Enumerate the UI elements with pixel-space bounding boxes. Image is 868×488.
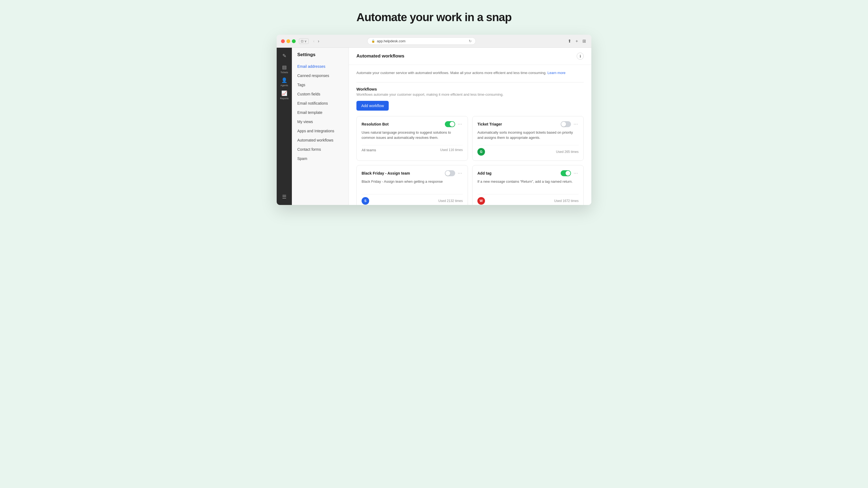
workflow-toggle-ticket-triager[interactable] xyxy=(561,121,571,127)
share-button[interactable]: ⬆ xyxy=(567,38,572,44)
card-footer: G Used 265 times xyxy=(477,145,579,156)
settings-icon: ☰ xyxy=(282,194,286,200)
nav-icon-agents[interactable]: 👤 Agents xyxy=(278,76,290,88)
card-footer: All teams Used 116 times xyxy=(362,145,463,152)
card-description: Uses natural language processing to sugg… xyxy=(362,130,463,141)
card-header: Ticket Triager ··· xyxy=(477,121,579,127)
workflow-card-add-tag: Add tag ··· If a new message contains “R… xyxy=(472,165,584,205)
card-description: If a new message contains “Return”, add … xyxy=(477,179,579,190)
more-options-button[interactable]: ··· xyxy=(457,122,463,127)
tickets-label: Tickets xyxy=(280,71,288,74)
new-tab-button[interactable]: + xyxy=(575,38,579,44)
card-controls: ··· xyxy=(445,170,463,176)
section-title: Workflows xyxy=(356,87,584,91)
main-header-title: Automated workflows xyxy=(356,54,404,59)
agents-label: Agents xyxy=(280,84,288,87)
forward-arrow[interactable]: › xyxy=(317,38,320,44)
workflow-toggle-resolution-bot[interactable] xyxy=(445,121,455,127)
browser-window: ⊡ ∨ ‹ › 🔒 app.helpdesk.com ↻ ⬆ + ⊞ ✎ ▤ T… xyxy=(277,35,591,205)
sidebar-item-email-notifications[interactable]: Email notifications xyxy=(292,99,348,108)
learn-more-link[interactable]: Learn more xyxy=(547,71,565,75)
more-options-button[interactable]: ··· xyxy=(573,171,579,176)
card-controls: ··· xyxy=(561,121,579,127)
back-arrow[interactable]: ‹ xyxy=(312,38,315,44)
nav-arrows: ‹ › xyxy=(312,38,320,44)
card-used-count: Used 2132 times xyxy=(438,199,463,203)
workflow-grid: Resolution Bot ··· Uses natural language… xyxy=(356,116,584,205)
section-subtitle: Workflows automate your customer support… xyxy=(356,93,584,97)
close-button[interactable] xyxy=(281,39,285,43)
minimize-button[interactable] xyxy=(286,39,290,43)
nav-icon-compose[interactable]: ✎ xyxy=(278,50,290,62)
lock-icon: 🔒 xyxy=(371,39,375,43)
avatar: S xyxy=(362,197,369,205)
workflow-card-resolution-bot: Resolution Bot ··· Uses natural language… xyxy=(356,116,468,161)
settings-sidebar: Settings Email addresses Canned response… xyxy=(292,48,349,205)
card-footer: S Used 2132 times xyxy=(362,194,463,205)
sidebar-item-custom-fields[interactable]: Custom fields xyxy=(292,90,348,99)
workflow-toggle-add-tag[interactable] xyxy=(561,170,571,176)
more-options-button[interactable]: ··· xyxy=(457,171,463,176)
grid-button[interactable]: ⊞ xyxy=(581,38,587,44)
card-controls: ··· xyxy=(561,170,579,176)
card-footer: W Used 1672 times xyxy=(477,194,579,205)
url-text: app.helpdesk.com xyxy=(377,39,405,43)
address-bar[interactable]: 🔒 app.helpdesk.com ↻ xyxy=(367,37,476,45)
sidebar-item-canned-responses[interactable]: Canned responses xyxy=(292,71,348,80)
sidebar-title: Settings xyxy=(292,52,348,62)
maximize-button[interactable] xyxy=(292,39,296,43)
card-description: Black Friday - Assign team when getting … xyxy=(362,179,463,190)
info-button[interactable]: ℹ xyxy=(577,53,584,60)
reports-icon: 📈 xyxy=(281,90,287,96)
main-body: Automate your customer service with auto… xyxy=(349,65,591,205)
sidebar-item-email-addresses[interactable]: Email addresses xyxy=(292,62,348,71)
card-team: All teams xyxy=(362,148,376,152)
app-layout: ✎ ▤ Tickets 👤 Agents 📈 Reports ☰ Setting… xyxy=(277,48,591,205)
sidebar-toggle-button[interactable]: ⊡ ∨ xyxy=(299,38,309,44)
card-title: Ticket Triager xyxy=(477,122,502,126)
card-used-count: Used 265 times xyxy=(556,150,579,154)
nav-icon-settings[interactable]: ☰ xyxy=(278,191,290,203)
description-text: Automate your customer service with auto… xyxy=(356,70,584,76)
card-title: Black Friday - Assign team xyxy=(362,171,410,175)
nav-icon-tickets[interactable]: ▤ Tickets xyxy=(278,63,290,75)
card-controls: ··· xyxy=(445,121,463,127)
workflow-card-ticket-triager: Ticket Triager ··· Automatically sorts i… xyxy=(472,116,584,161)
sidebar-item-spam[interactable]: Spam xyxy=(292,154,348,163)
card-header: Add tag ··· xyxy=(477,170,579,176)
sidebar-item-email-template[interactable]: Email template xyxy=(292,108,348,117)
add-workflow-button[interactable]: Add workflow xyxy=(356,101,389,110)
workflow-card-black-friday: Black Friday - Assign team ··· Black Fri… xyxy=(356,165,468,205)
section-divider xyxy=(356,82,584,83)
sidebar-item-my-views[interactable]: My views xyxy=(292,117,348,126)
workflow-toggle-black-friday[interactable] xyxy=(445,170,455,176)
left-nav: ✎ ▤ Tickets 👤 Agents 📈 Reports ☰ xyxy=(277,48,292,205)
reload-icon[interactable]: ↻ xyxy=(469,39,472,43)
page-heading: Automate your work in a snap xyxy=(5,11,863,24)
card-title: Resolution Bot xyxy=(362,122,389,126)
card-header: Black Friday - Assign team ··· xyxy=(362,170,463,176)
tickets-icon: ▤ xyxy=(282,64,287,70)
avatar: G xyxy=(477,148,485,156)
card-title: Add tag xyxy=(477,171,492,175)
agents-icon: 👤 xyxy=(281,77,287,83)
sidebar-item-automated-workflows[interactable]: Automated workflows xyxy=(292,135,348,145)
main-header: Automated workflows ℹ xyxy=(349,48,591,65)
more-options-button[interactable]: ··· xyxy=(573,122,579,127)
card-header: Resolution Bot ··· xyxy=(362,121,463,127)
traffic-lights xyxy=(281,39,296,43)
card-used-count: Used 1672 times xyxy=(554,199,579,203)
browser-actions: ⬆ + ⊞ xyxy=(567,38,587,44)
sidebar-item-tags[interactable]: Tags xyxy=(292,80,348,90)
main-content: Automated workflows ℹ Automate your cust… xyxy=(349,48,591,205)
browser-toolbar: ⊡ ∨ ‹ › 🔒 app.helpdesk.com ↻ ⬆ + ⊞ xyxy=(277,35,591,48)
sidebar-item-apps-integrations[interactable]: Apps and Integrations xyxy=(292,126,348,135)
reports-label: Reports xyxy=(280,97,289,100)
compose-icon: ✎ xyxy=(282,53,286,59)
card-description: Automatically sorts incoming support tic… xyxy=(477,130,579,141)
nav-icon-reports[interactable]: 📈 Reports xyxy=(278,89,290,101)
sidebar-item-contact-forms[interactable]: Contact forms xyxy=(292,145,348,154)
card-used-count: Used 116 times xyxy=(440,148,463,152)
avatar: W xyxy=(477,197,485,205)
